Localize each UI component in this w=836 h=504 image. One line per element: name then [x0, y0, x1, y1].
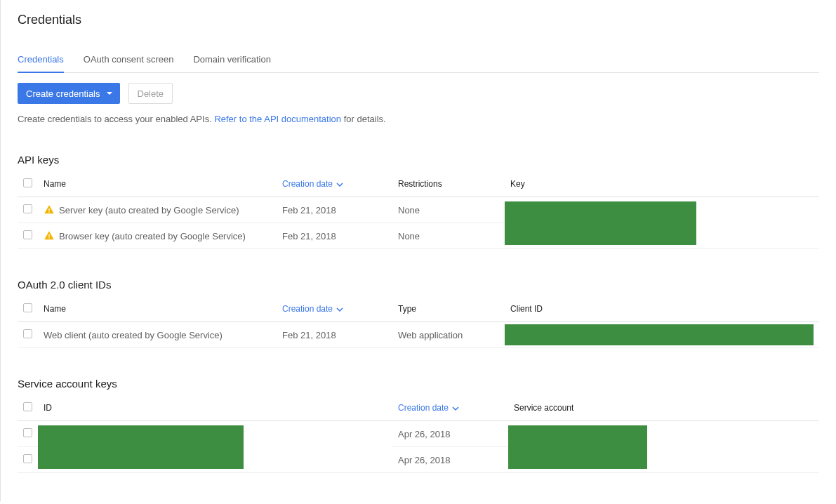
col-name[interactable]: Name	[38, 296, 277, 322]
api-keys-table: Name Creation date Restrictions Key	[18, 171, 819, 249]
chevron-down-icon	[452, 405, 459, 412]
row-checkbox[interactable]	[23, 329, 32, 338]
oauth-client-name: Web client (auto created by Google Servi…	[44, 330, 223, 340]
tab-oauth-consent[interactable]: OAuth consent screen	[84, 47, 174, 73]
redacted-id	[38, 425, 244, 469]
col-creation-date-label: Creation date	[398, 403, 449, 413]
service-account-table: ID Creation date Service account Apr 26,…	[18, 395, 819, 473]
col-creation-date[interactable]: Creation date	[398, 403, 459, 413]
tab-domain-verification[interactable]: Domain verification	[193, 47, 271, 73]
page-title: Credentials	[18, 13, 819, 27]
row-checkbox[interactable]	[23, 428, 32, 437]
redacted-key	[505, 201, 696, 245]
tab-credentials[interactable]: Credentials	[18, 47, 64, 73]
api-documentation-link[interactable]: Refer to the API documentation	[214, 114, 341, 124]
table-row[interactable]: Apr 26, 2018	[18, 421, 819, 447]
creation-date: Apr 26, 2018	[392, 447, 508, 473]
row-checkbox[interactable]	[23, 230, 32, 239]
creation-date: Feb 21, 2018	[277, 197, 392, 223]
warning-icon	[44, 204, 55, 215]
helper-prefix: Create credentials to access your enable…	[18, 114, 214, 124]
svg-rect-1	[48, 211, 49, 212]
col-key[interactable]: Key	[505, 171, 819, 197]
col-creation-date-label: Creation date	[282, 304, 333, 314]
select-all-checkbox[interactable]	[23, 178, 32, 187]
create-credentials-button[interactable]: Create credentials	[18, 83, 120, 104]
helper-text: Create credentials to access your enable…	[18, 114, 819, 124]
svg-rect-2	[48, 234, 49, 237]
svg-rect-3	[48, 237, 49, 238]
creation-date: Feb 21, 2018	[277, 322, 392, 348]
caret-down-icon	[106, 90, 113, 97]
col-creation-date[interactable]: Creation date	[282, 179, 343, 189]
col-name[interactable]: Name	[38, 171, 277, 197]
col-id[interactable]: ID	[38, 395, 392, 421]
creation-date: Feb 21, 2018	[277, 223, 392, 249]
row-checkbox[interactable]	[23, 204, 32, 213]
row-checkbox[interactable]	[23, 454, 32, 463]
delete-button[interactable]: Delete	[128, 83, 173, 104]
helper-suffix: for details.	[341, 114, 386, 124]
col-client-id[interactable]: Client ID	[505, 296, 819, 322]
select-all-checkbox[interactable]	[23, 402, 32, 411]
redacted-service-account	[508, 425, 647, 469]
api-key-name: Server key (auto created by Google Servi…	[59, 205, 239, 215]
oauth-type: Web application	[392, 322, 505, 348]
section-title-oauth: OAuth 2.0 client IDs	[18, 279, 819, 291]
select-all-checkbox[interactable]	[23, 303, 32, 312]
col-creation-date[interactable]: Creation date	[282, 304, 343, 314]
chevron-down-icon	[336, 181, 343, 188]
section-title-api-keys: API keys	[18, 154, 819, 166]
tabs: Credentials OAuth consent screen Domain …	[18, 47, 819, 73]
table-row[interactable]: Web client (auto created by Google Servi…	[18, 322, 819, 348]
col-type[interactable]: Type	[392, 296, 505, 322]
chevron-down-icon	[336, 306, 343, 313]
section-title-service: Service account keys	[18, 378, 819, 390]
warning-icon	[44, 230, 55, 241]
api-key-name: Browser key (auto created by Google Serv…	[59, 231, 246, 241]
col-creation-date-label: Creation date	[282, 179, 333, 189]
redacted-client-id	[505, 324, 814, 345]
creation-date: Apr 26, 2018	[392, 421, 508, 447]
svg-rect-0	[48, 208, 49, 211]
table-row[interactable]: Server key (auto created by Google Servi…	[18, 197, 819, 223]
col-service-account[interactable]: Service account	[508, 395, 819, 421]
create-credentials-label: Create credentials	[26, 88, 100, 99]
restrictions: None	[392, 197, 505, 223]
oauth-table: Name Creation date Type Client ID Web cl…	[18, 296, 819, 348]
col-restrictions[interactable]: Restrictions	[392, 171, 505, 197]
toolbar: Create credentials Delete	[18, 83, 819, 104]
restrictions: None	[392, 223, 505, 249]
